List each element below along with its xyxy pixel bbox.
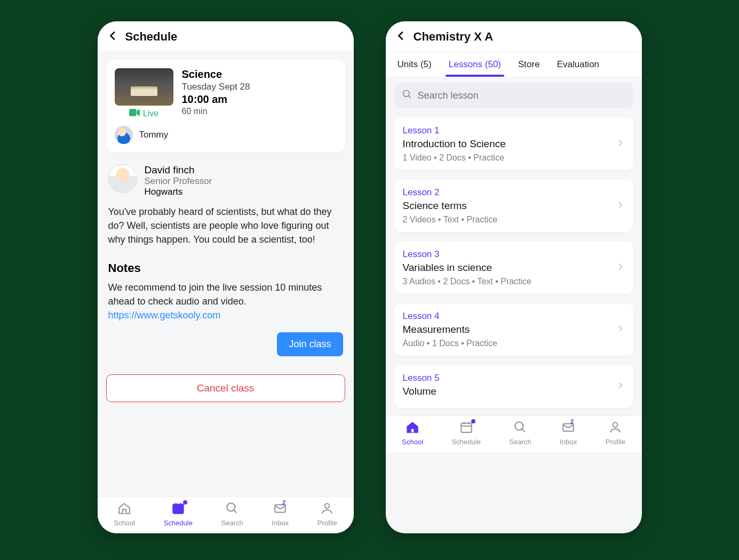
search-icon — [402, 89, 412, 102]
lesson-item[interactable]: Lesson 3 Variables in science 3 Audios •… — [394, 242, 633, 294]
nav-label: Schedule — [164, 519, 193, 527]
instructor-org: Hogwarts — [145, 187, 212, 197]
tab-units-[interactable]: Units (5) — [396, 52, 433, 76]
lesson-item[interactable]: Lesson 2 Science terms 2 Videos • Text •… — [394, 180, 633, 232]
profile-icon — [608, 420, 622, 436]
tab-lessons-[interactable]: Lessons (50) — [448, 52, 502, 76]
lesson-number: Lesson 2 — [403, 187, 498, 198]
school-icon — [406, 420, 419, 436]
instructor-role: Senior Professor — [145, 176, 212, 187]
live-label: Live — [143, 109, 158, 118]
bottom-nav-right: School Schedule Search Inbox2 Profile — [386, 415, 642, 452]
nav-school[interactable]: School — [402, 420, 423, 446]
nav-label: Inbox — [560, 438, 577, 446]
svg-point-16 — [515, 422, 523, 430]
lesson-title: Measurements — [403, 324, 498, 335]
svg-point-10 — [403, 91, 409, 97]
nav-label: Schedule — [452, 438, 481, 446]
nav-school[interactable]: School — [114, 501, 135, 527]
join-class-button[interactable]: Join class — [277, 332, 343, 356]
lesson-title: Variables in science — [403, 262, 532, 274]
instructor-name: David finch — [145, 164, 212, 176]
body: Live Science Tuesday Sept 28 10:00 am 60… — [98, 51, 354, 497]
svg-rect-12 — [461, 423, 472, 432]
class-card: Live Science Tuesday Sept 28 10:00 am 60… — [106, 60, 345, 153]
svg-line-7 — [234, 510, 236, 513]
tab-evaluation[interactable]: Evaluation — [556, 52, 600, 76]
nav-schedule[interactable]: Schedule — [164, 501, 193, 527]
class-subject: Science — [182, 68, 337, 81]
nav-label: School — [114, 519, 135, 527]
cancel-class-button[interactable]: Cancel class — [106, 374, 345, 402]
lesson-title: Volume — [403, 386, 440, 397]
search-field[interactable] — [394, 83, 633, 108]
notification-dot — [183, 500, 187, 505]
lesson-item[interactable]: Lesson 5 Volume — [394, 365, 633, 408]
nav-profile[interactable]: Profile — [317, 501, 337, 527]
class-duration: 60 min — [182, 107, 337, 116]
search-input[interactable] — [418, 90, 626, 101]
nav-search[interactable]: Search — [221, 501, 243, 527]
page-title: Schedule — [125, 30, 178, 44]
svg-line-17 — [522, 429, 525, 431]
lesson-number: Lesson 3 — [403, 249, 532, 260]
nav-profile[interactable]: Profile — [606, 420, 625, 446]
notification-dot — [471, 419, 475, 423]
svg-rect-2 — [173, 504, 184, 513]
nav-inbox[interactable]: Inbox2 — [272, 501, 289, 527]
nav-search[interactable]: Search — [510, 420, 531, 446]
notes-link[interactable]: https://www.getskooly.com — [108, 310, 221, 321]
svg-rect-0 — [129, 109, 136, 116]
back-icon[interactable] — [107, 30, 119, 44]
chevron-right-icon — [616, 201, 625, 211]
phone-lessons: Chemistry X A Units (5)Lessons (50)Store… — [386, 21, 642, 533]
nav-label: School — [402, 438, 423, 446]
lesson-title: Science terms — [403, 200, 498, 212]
nav-schedule[interactable]: Schedule — [452, 420, 481, 446]
lesson-item[interactable]: Lesson 1 Introduction to Science 1 Video… — [394, 118, 633, 170]
nav-label: Profile — [317, 519, 337, 527]
lesson-item[interactable]: Lesson 4 Measurements Audio • 1 Docs • P… — [394, 303, 633, 356]
topbar: Schedule — [98, 21, 354, 51]
class-time: 10:00 am — [182, 93, 337, 106]
tab-bar: Units (5)Lessons (50)StoreEvaluation — [386, 51, 642, 76]
lesson-meta: 3 Audios • 2 Docs • Text • Practice — [403, 277, 532, 286]
video-icon — [129, 109, 140, 118]
back-icon[interactable] — [395, 30, 407, 44]
lesson-meta: 2 Videos • Text • Practice — [403, 215, 498, 225]
phone-schedule: Schedule Live Science Tuesday Sept 28 1 — [98, 21, 354, 533]
tab-store[interactable]: Store — [517, 52, 541, 76]
notes-text: We recommend to join the live session 10… — [108, 282, 322, 307]
svg-point-9 — [325, 503, 330, 508]
nav-label: Profile — [606, 438, 625, 446]
nav-label: Search — [221, 519, 243, 527]
lesson-number: Lesson 4 — [403, 311, 498, 322]
lesson-number: Lesson 1 — [403, 125, 506, 136]
topbar: Chemistry X A — [386, 21, 642, 51]
page-title: Chemistry X A — [414, 30, 494, 44]
lessons-list: Lesson 1 Introduction to Science 1 Video… — [386, 110, 642, 415]
student-avatar — [115, 126, 133, 144]
search-icon — [513, 420, 527, 436]
svg-line-11 — [408, 96, 410, 98]
live-badge: Live — [129, 109, 158, 118]
class-thumbnail — [115, 68, 173, 106]
chevron-right-icon — [616, 324, 625, 335]
bottom-nav-left: School Schedule Search Inbox2 Profile — [98, 497, 354, 533]
inbox-badge: 2 — [570, 418, 574, 425]
svg-marker-1 — [137, 109, 140, 116]
chevron-right-icon — [616, 381, 625, 392]
instructor-avatar — [108, 164, 137, 193]
notes-body: We recommend to join the live session 10… — [106, 281, 345, 322]
school-icon — [117, 501, 131, 517]
nav-label: Search — [510, 438, 531, 446]
chevron-right-icon — [616, 262, 625, 273]
inbox-badge: 2 — [282, 499, 285, 506]
instructor-block: David finch Senior Professor Hogwarts — [106, 164, 345, 197]
lesson-number: Lesson 5 — [403, 373, 440, 383]
nav-label: Inbox — [272, 519, 289, 527]
nav-inbox[interactable]: Inbox2 — [560, 420, 577, 446]
lesson-meta: 1 Video • 2 Docs • Practice — [403, 153, 506, 163]
chevron-right-icon — [616, 139, 625, 149]
student-name: Tommy — [139, 130, 169, 140]
